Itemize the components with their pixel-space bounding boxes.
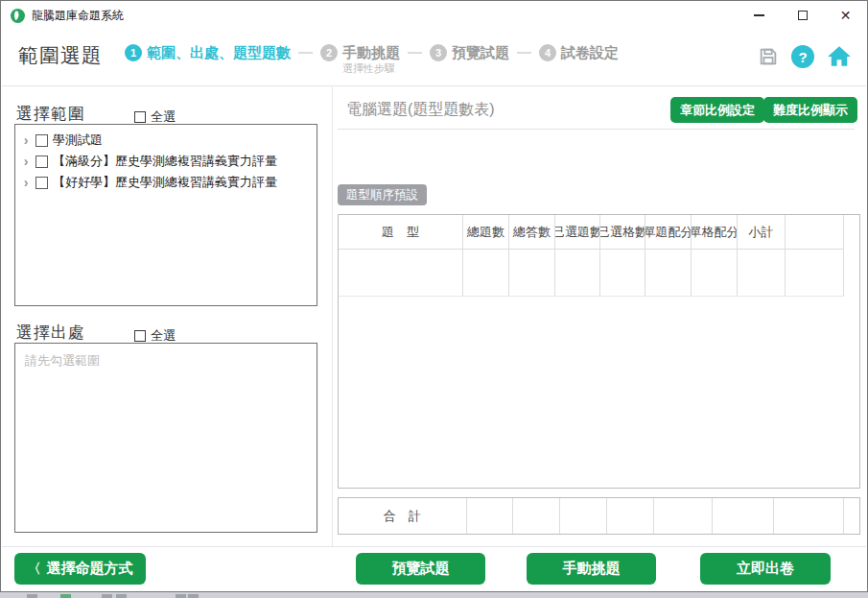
step-connector: [298, 52, 313, 54]
footer-cell: [560, 498, 607, 534]
tree-item-checkbox[interactable]: [35, 177, 48, 189]
table-empty-row: [339, 250, 844, 297]
close-icon: ✕: [840, 9, 852, 22]
window-title: 龍騰題庫命題系統: [32, 8, 124, 24]
col-header-selected-questions: 已選題數: [555, 215, 600, 249]
source-select-all-checkbox[interactable]: [134, 330, 146, 342]
col-header-total-answers: 總答數: [509, 215, 555, 249]
step-1-badge: 1: [125, 44, 142, 61]
tree-item-exam-questions[interactable]: › 學測試題: [21, 130, 311, 151]
computer-selection-heading: 電腦選題(題型題數表): [346, 100, 495, 120]
titlebar: 龍騰題庫命題系統 ✕: [1, 1, 867, 30]
minimize-icon: [754, 14, 764, 16]
taskbar-icon-top: [176, 594, 186, 598]
step-4-badge: 4: [539, 44, 556, 61]
step-2-badge: 2: [320, 44, 338, 61]
step-1-label: 範圍、出處、題型題數: [147, 44, 291, 61]
step-2-manual-pick[interactable]: 2 手動挑題 選擇性步驟: [320, 44, 400, 76]
taskbar-icon-top: [116, 594, 127, 598]
close-button[interactable]: ✕: [824, 1, 867, 30]
page-title: 範圍選題: [18, 42, 103, 69]
totals-row: 合 計: [338, 497, 860, 535]
home-icon: [827, 45, 852, 68]
step-1-range[interactable]: 1 範圍、出處、題型題數: [125, 44, 291, 61]
col-header-points-per-blank: 單格配分: [692, 215, 738, 249]
range-select-all-checkbox[interactable]: [134, 111, 146, 123]
right-panel-divider: [338, 129, 855, 130]
footer-cell: [607, 498, 654, 534]
header-icons: ?: [758, 45, 852, 68]
save-button[interactable]: [758, 46, 779, 67]
panel-divider: [332, 85, 333, 547]
footer-cell: [654, 498, 713, 534]
tree-item-label: 學測試題: [53, 132, 103, 149]
step-2-label: 手動挑題: [342, 44, 400, 61]
col-header-question-type: 題 型: [339, 215, 463, 249]
step-3-badge: 3: [430, 44, 447, 61]
table-empty-cell: [600, 250, 645, 296]
step-3-label: 預覽試題: [452, 44, 509, 61]
source-list: 請先勾選範圍: [14, 343, 317, 533]
table-empty-cell: [339, 250, 463, 296]
tree-item-study-well[interactable]: › 【好好學】歷史學測總複習講義實力評量: [21, 172, 311, 193]
tree-item-checkbox[interactable]: [35, 155, 48, 168]
table-header-row: 題 型 總題數 總答數 已選題數 已選格數 單題配分 單格配分 小計: [339, 215, 844, 250]
source-heading: 選擇出處: [16, 322, 85, 344]
home-button[interactable]: [827, 45, 852, 68]
generate-paper-button[interactable]: 立即出卷: [700, 553, 831, 585]
col-header-total-questions: 總題數: [463, 215, 509, 249]
question-type-table: 題 型 總題數 總答數 已選題數 已選格數 單題配分 單格配分 小計: [338, 214, 860, 489]
col-header-subtotal: 小計: [738, 215, 786, 249]
taskbar-icon-top: [188, 594, 199, 598]
step-2-sublabel: 選擇性步驟: [342, 61, 400, 76]
footer-cell: [513, 498, 560, 534]
table-empty-cell: [509, 250, 555, 296]
table-empty-cell: [463, 250, 509, 296]
app-header: 範圍選題 1 範圍、出處、題型題數 2 手動挑題 選擇性步驟 3: [2, 30, 866, 86]
table-empty-cell: [645, 250, 692, 296]
tree-item-full-level[interactable]: › 【滿級分】歷史學測總複習講義實力評量: [21, 151, 311, 172]
minimize-button[interactable]: [738, 1, 781, 30]
maximize-icon: [798, 11, 808, 20]
help-icon: ?: [798, 49, 807, 65]
col-header-blank: [786, 215, 844, 249]
manual-pick-button[interactable]: 手動挑題: [527, 553, 656, 585]
footer-cell: [713, 498, 774, 534]
choose-method-back-button[interactable]: 〈 選擇命題方式: [14, 553, 146, 585]
step-indicator: 1 範圍、出處、題型題數 2 手動挑題 選擇性步驟 3 預覽試題: [125, 44, 619, 76]
taskbar-icon-top: [27, 594, 37, 598]
question-type-order-button[interactable]: 題型順序預設: [338, 184, 427, 205]
table-empty-cell: [555, 250, 600, 296]
taskbar-sliver: [0, 592, 868, 598]
footer-cell: [774, 498, 844, 534]
chevron-right-icon[interactable]: ›: [21, 133, 31, 147]
preview-questions-button[interactable]: 預覽試題: [356, 553, 485, 585]
table-empty-cell: [692, 250, 738, 296]
screen: 龍騰題庫命題系統 ✕ 範圍選題 1 範圍、出處、題型題數 2 手動挑題: [0, 0, 868, 598]
window-controls: ✕: [738, 1, 867, 30]
step-4-paper-settings[interactable]: 4 試卷設定: [539, 44, 619, 61]
chevron-right-icon[interactable]: ›: [21, 155, 31, 168]
help-button[interactable]: ?: [791, 45, 814, 68]
footer-total-label: 合 計: [339, 498, 467, 534]
maximize-button[interactable]: [781, 1, 824, 30]
tree-item-checkbox[interactable]: [35, 134, 48, 147]
step-connector: [408, 52, 422, 54]
chapter-ratio-button[interactable]: 章節比例設定: [670, 97, 764, 123]
step-4-label: 試卷設定: [561, 44, 619, 61]
taskbar-icon-top: [102, 594, 112, 598]
app-window: 龍騰題庫命題系統 ✕ 範圍選題 1 範圍、出處、題型題數 2 手動挑題: [0, 0, 868, 592]
save-icon: [758, 46, 779, 67]
source-placeholder: 請先勾選範圍: [25, 353, 100, 368]
range-heading: 選擇範圍: [16, 103, 85, 125]
back-chevron-icon: 〈: [28, 561, 41, 578]
tree-item-label: 【滿級分】歷史學測總複習講義實力評量: [53, 153, 277, 170]
step-3-preview[interactable]: 3 預覽試題: [430, 44, 509, 61]
app-logo-icon: [11, 9, 25, 23]
col-header-points-per-question: 單題配分: [645, 215, 692, 249]
table-empty-cell: [738, 250, 786, 296]
chevron-right-icon[interactable]: ›: [21, 176, 31, 189]
difficulty-ratio-button[interactable]: 難度比例顯示: [763, 97, 857, 123]
taskbar-icon-top: [60, 594, 71, 598]
tree-item-label: 【好好學】歷史學測總複習講義實力評量: [53, 174, 277, 191]
